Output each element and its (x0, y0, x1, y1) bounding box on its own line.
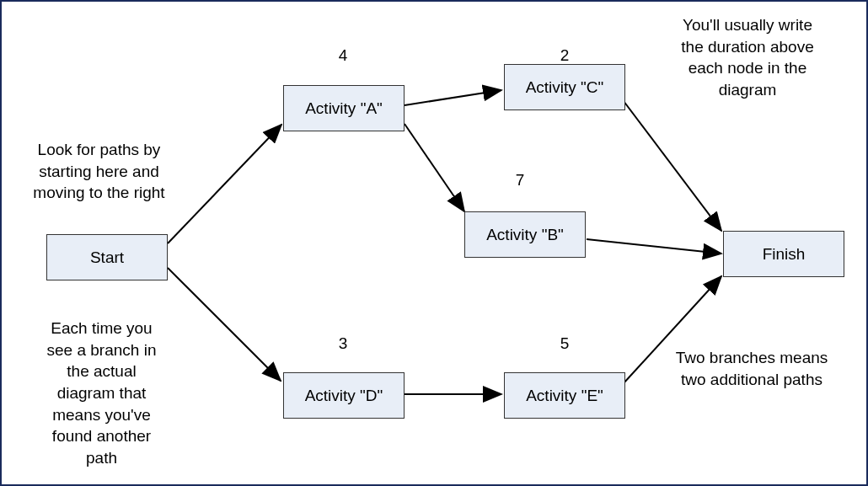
node-d: Activity "D" (283, 372, 405, 419)
node-c-label: Activity "C" (526, 78, 604, 97)
duration-c: 2 (552, 46, 577, 65)
svg-line-7 (587, 239, 721, 254)
svg-line-3 (405, 90, 501, 105)
node-e-label: Activity "E" (526, 387, 603, 405)
node-d-label: Activity "D" (305, 387, 383, 405)
duration-b: 7 (507, 171, 533, 190)
duration-a: 4 (330, 46, 356, 65)
annotation-top-left: Look for paths bystarting here andmoving… (12, 139, 186, 204)
duration-d: 3 (330, 334, 356, 353)
node-a-label: Activity "A" (305, 99, 383, 118)
node-e: Activity "E" (504, 372, 625, 419)
node-b: Activity "B" (464, 211, 586, 258)
node-a: Activity "A" (283, 85, 405, 131)
annotation-top-right: You'll usually writethe duration aboveea… (651, 14, 844, 101)
node-start: Start (46, 234, 168, 280)
node-start-label: Start (90, 248, 124, 267)
annotation-bottom-right: Two branches meanstwo additional paths (655, 347, 849, 390)
svg-line-2 (168, 268, 281, 381)
duration-e: 5 (552, 334, 577, 353)
node-b-label: Activity "B" (486, 226, 564, 244)
diagram-container: Start 4 Activity "A" 2 Activity "C" 7 Ac… (0, 0, 868, 486)
node-finish: Finish (723, 231, 844, 277)
node-finish-label: Finish (763, 245, 806, 264)
svg-line-6 (624, 101, 721, 231)
svg-line-4 (405, 124, 464, 211)
annotation-bottom-left: Each time yousee a branch inthe actualdi… (32, 318, 171, 468)
node-c: Activity "C" (504, 64, 625, 110)
